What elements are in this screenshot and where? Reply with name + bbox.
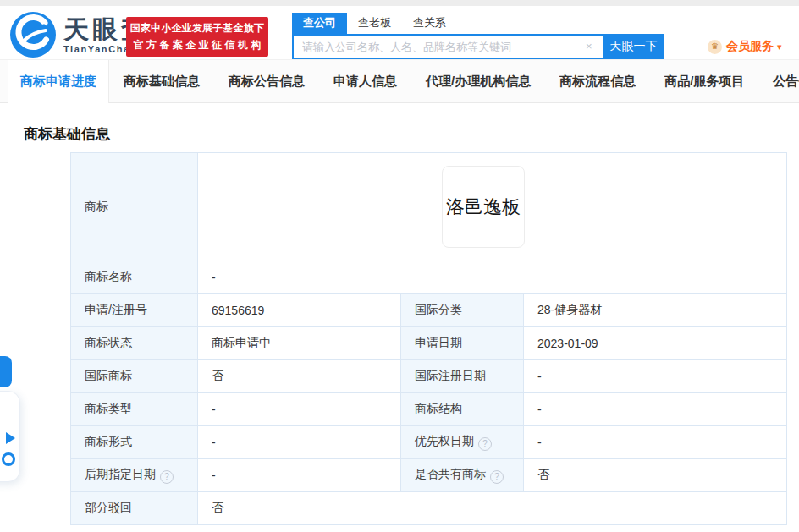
header: 天眼查 TianYanCha.com 国家中小企业发展子基金旗下 官方备案企业征… (0, 6, 799, 59)
tab-trademark-announcement[interactable]: 商标公告信息 (214, 60, 319, 102)
row-label-text: 优先权日期 (415, 434, 474, 447)
crown-icon: ♛ (708, 40, 722, 54)
help-icon[interactable]: ? (160, 470, 174, 484)
tab-trademark-flow[interactable]: 商标流程信息 (545, 60, 650, 102)
certification-badge-line1: 国家中小企业发展子基金旗下 (130, 21, 265, 36)
row-label: 商标 (71, 153, 198, 261)
row-label: 后期指定日期? (71, 459, 198, 492)
certification-badge: 国家中小企业发展子基金旗下 官方备案企业征信机构 (126, 17, 268, 57)
row-label-text: 是否共有商标 (415, 467, 486, 480)
tab-trademark-progress[interactable]: 商标申请进度 (8, 60, 109, 103)
top-strip (0, 0, 799, 6)
row-label: 国际分类 (401, 294, 524, 327)
row-label: 商标状态 (71, 327, 198, 360)
row-value: - (198, 393, 401, 426)
table-row: 商标形式 - 优先权日期? - (71, 426, 787, 459)
floating-widget-button[interactable] (0, 356, 12, 387)
search-button[interactable]: 天眼一下 (603, 34, 664, 59)
row-label: 优先权日期? (401, 426, 524, 459)
row-label: 商标名称 (71, 261, 198, 294)
tab-applicant-info[interactable]: 申请人信息 (319, 60, 411, 102)
tab-goods-services[interactable]: 商品/服务项目 (650, 60, 758, 102)
clear-icon[interactable]: × (586, 40, 592, 52)
detail-nav: 商标申请进度 商标基础信息 商标公告信息 申请人信息 代理/办理机构信息 商标流… (0, 59, 799, 103)
row-label: 商标类型 (71, 393, 198, 426)
row-value: 否 (198, 492, 787, 525)
certification-badge-line2: 官方备案企业征信机构 (134, 38, 264, 52)
table-row: 国际商标 否 国际注册日期 - (71, 360, 787, 393)
circle-icon (2, 452, 15, 466)
row-value: 2023-01-09 (524, 327, 787, 360)
table-row: 部分驳回 否 (71, 492, 787, 525)
trademark-basic-info-table: 商标 洛邑逸板 商标名称 - 申请/注册号 69156619 国际分类 28-健… (70, 152, 787, 525)
table-row: 商标 洛邑逸板 (71, 153, 787, 261)
row-label: 国际注册日期 (401, 360, 524, 393)
page-title: 商标基础信息 (24, 124, 110, 144)
row-label: 商标结构 (401, 393, 524, 426)
table-row: 商标状态 商标申请中 申请日期 2023-01-09 (71, 327, 787, 360)
search-tab-boss[interactable]: 查老板 (347, 13, 402, 34)
floating-widget-panel[interactable] (0, 391, 20, 482)
trademark-image[interactable]: 洛邑逸板 (442, 166, 525, 248)
search-tab-company[interactable]: 查公司 (292, 13, 347, 34)
row-label: 国际商标 (71, 360, 198, 393)
tab-trademark-basic-info[interactable]: 商标基础信息 (109, 60, 214, 102)
row-label: 是否共有商标? (401, 459, 524, 492)
search-tabs: 查公司 查老板 查关系 (292, 16, 457, 34)
row-label: 部分驳回 (71, 492, 198, 525)
play-icon (6, 432, 15, 444)
row-value: 28-健身器材 (524, 294, 787, 327)
row-value: - (524, 426, 787, 459)
row-value: 69156619 (198, 294, 401, 327)
row-value: - (198, 261, 787, 294)
row-value: 否 (198, 360, 401, 393)
row-value: 商标申请中 (198, 327, 401, 360)
search-input[interactable] (292, 34, 603, 59)
row-label: 申请/注册号 (71, 294, 198, 327)
row-label-text: 后期指定日期 (85, 467, 156, 480)
table-row: 商标名称 - (71, 261, 787, 294)
row-value: - (524, 360, 787, 393)
table-row: 商标类型 - 商标结构 - (71, 393, 787, 426)
help-icon[interactable]: ? (478, 437, 492, 451)
tianyancha-logo-icon (10, 12, 56, 58)
vip-service-label: 会员服务 (726, 39, 774, 54)
table-row: 后期指定日期? - 是否共有商标? 否 (71, 459, 787, 492)
row-value: - (198, 426, 401, 459)
row-label: 申请日期 (401, 327, 524, 360)
vip-service[interactable]: ♛ 会员服务 ▾ (708, 39, 782, 54)
tab-agency-info[interactable]: 代理/办理机构信息 (411, 60, 545, 102)
tab-announcement-info[interactable]: 公告信息 (758, 60, 799, 102)
row-value: - (198, 459, 401, 492)
table-row: 申请/注册号 69156619 国际分类 28-健身器材 (71, 294, 787, 327)
row-label: 商标形式 (71, 426, 198, 459)
row-value: - (524, 393, 787, 426)
search-tab-relation[interactable]: 查关系 (402, 13, 457, 34)
trademark-image-cell: 洛邑逸板 (198, 153, 787, 261)
row-value: 否 (524, 459, 787, 492)
help-icon[interactable]: ? (490, 470, 504, 484)
chevron-down-icon: ▾ (777, 41, 782, 52)
